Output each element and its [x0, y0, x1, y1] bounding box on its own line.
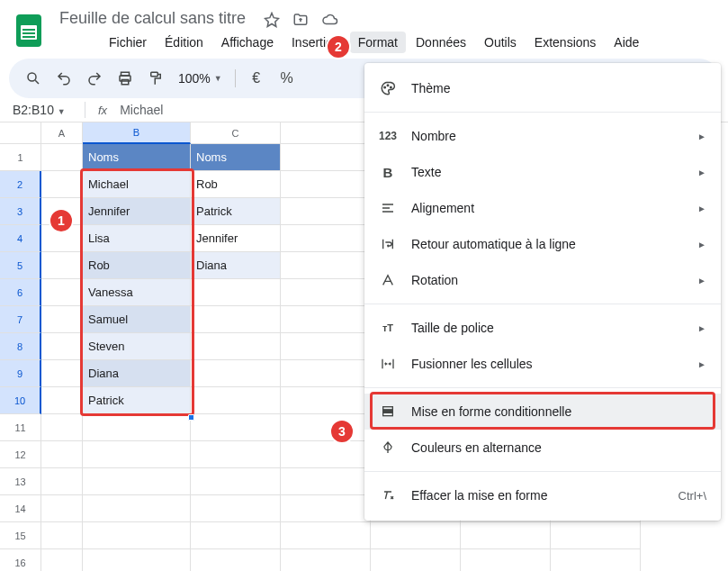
cell[interactable]: [281, 198, 371, 225]
cell[interactable]: [281, 549, 371, 571]
row-header[interactable]: 12: [0, 441, 41, 468]
cell[interactable]: [371, 549, 461, 571]
cell[interactable]: [191, 387, 281, 414]
cell[interactable]: Rob: [83, 252, 191, 279]
cell[interactable]: Noms: [191, 144, 281, 171]
menu-format[interactable]: Format: [350, 32, 406, 53]
cell[interactable]: [281, 522, 371, 549]
cell[interactable]: [281, 306, 371, 333]
cell[interactable]: [191, 279, 281, 306]
menu-number[interactable]: 123 Nombre►: [364, 118, 721, 154]
menu-alternating-colors[interactable]: Couleurs en alternance: [364, 430, 721, 466]
cell[interactable]: [41, 495, 83, 522]
cell[interactable]: Jennifer: [191, 225, 281, 252]
menu-rotation[interactable]: Rotation►: [364, 262, 721, 298]
cell[interactable]: [371, 522, 461, 549]
cell[interactable]: [83, 549, 191, 571]
redo-icon[interactable]: [81, 65, 108, 92]
cell[interactable]: [551, 549, 641, 571]
cell[interactable]: [41, 441, 83, 468]
row-header[interactable]: 11: [0, 414, 41, 441]
formula-bar[interactable]: Michael: [120, 103, 163, 117]
menu-theme[interactable]: Thème: [364, 70, 721, 106]
cell[interactable]: Samuel: [83, 306, 191, 333]
cell[interactable]: Lisa: [83, 225, 191, 252]
cell[interactable]: Patrick: [83, 387, 191, 414]
undo-icon[interactable]: [50, 65, 77, 92]
cell[interactable]: [281, 441, 371, 468]
cell[interactable]: [41, 279, 83, 306]
cell[interactable]: [281, 171, 371, 198]
zoom-select[interactable]: 100%▼: [173, 71, 228, 86]
name-box[interactable]: B2:B10 ▼: [9, 103, 77, 117]
row-header[interactable]: 2: [0, 171, 41, 198]
paint-format-icon[interactable]: [142, 65, 169, 92]
cell[interactable]: [41, 306, 83, 333]
cell[interactable]: [41, 252, 83, 279]
menu-edit[interactable]: Édition: [157, 32, 211, 53]
cell[interactable]: Michael: [83, 171, 191, 198]
select-all-corner[interactable]: [0, 122, 41, 144]
cell[interactable]: Noms: [83, 144, 191, 171]
cell[interactable]: [191, 360, 281, 387]
row-header[interactable]: 16: [0, 549, 41, 571]
cell[interactable]: [41, 144, 83, 171]
cell[interactable]: [281, 387, 371, 414]
row-header[interactable]: 3: [0, 198, 41, 225]
cell[interactable]: Steven: [83, 333, 191, 360]
row-header[interactable]: 5: [0, 252, 41, 279]
cell[interactable]: [83, 522, 191, 549]
cell[interactable]: [281, 495, 371, 522]
menu-merge[interactable]: Fusionner les cellules►: [364, 346, 721, 382]
cell[interactable]: [41, 171, 83, 198]
row-header[interactable]: 1: [0, 144, 41, 171]
cell[interactable]: [281, 225, 371, 252]
cell[interactable]: [83, 495, 191, 522]
cell[interactable]: [191, 549, 281, 571]
col-header[interactable]: [281, 122, 371, 144]
cell[interactable]: [41, 522, 83, 549]
cell[interactable]: [83, 441, 191, 468]
cell[interactable]: [191, 522, 281, 549]
row-header[interactable]: 15: [0, 522, 41, 549]
cell[interactable]: [191, 333, 281, 360]
menu-fontsize[interactable]: тT Taille de police►: [364, 310, 721, 346]
menu-clear-formatting[interactable]: Effacer la mise en forme Ctrl+\: [364, 477, 721, 513]
menu-help[interactable]: Aide: [606, 32, 647, 53]
menu-view[interactable]: Affichage: [213, 32, 282, 53]
print-icon[interactable]: [112, 65, 139, 92]
cell[interactable]: [461, 522, 551, 549]
cell[interactable]: [281, 252, 371, 279]
cell[interactable]: [281, 144, 371, 171]
menu-tools[interactable]: Outils: [476, 32, 525, 53]
cell[interactable]: Rob: [191, 171, 281, 198]
cell[interactable]: [41, 414, 83, 441]
sheets-logo[interactable]: [11, 13, 47, 49]
cell[interactable]: [41, 333, 83, 360]
menu-wrap[interactable]: Retour automatique à la ligne►: [364, 226, 721, 262]
row-header[interactable]: 8: [0, 333, 41, 360]
cell[interactable]: [191, 495, 281, 522]
cell[interactable]: [281, 279, 371, 306]
menu-alignment[interactable]: Alignement►: [364, 190, 721, 226]
cell[interactable]: [83, 414, 191, 441]
doc-title[interactable]: Feuille de calcul sans titre: [56, 7, 249, 30]
cell[interactable]: [191, 306, 281, 333]
row-header[interactable]: 6: [0, 279, 41, 306]
cell[interactable]: Diana: [191, 252, 281, 279]
row-header[interactable]: 9: [0, 360, 41, 387]
menu-text[interactable]: B Texte►: [364, 154, 721, 190]
cell[interactable]: [281, 333, 371, 360]
cell[interactable]: [191, 468, 281, 495]
cell[interactable]: Vanessa: [83, 279, 191, 306]
percent-button[interactable]: %: [274, 65, 301, 92]
menu-data[interactable]: Données: [408, 32, 474, 53]
cell[interactable]: [461, 549, 551, 571]
menu-conditional-formatting[interactable]: Mise en forme conditionnelle: [364, 394, 721, 430]
cell[interactable]: [41, 468, 83, 495]
col-header-B[interactable]: B: [83, 122, 191, 144]
row-header[interactable]: 14: [0, 495, 41, 522]
search-icon[interactable]: [20, 65, 47, 92]
col-header-C[interactable]: C: [191, 122, 281, 144]
cell[interactable]: [41, 549, 83, 571]
